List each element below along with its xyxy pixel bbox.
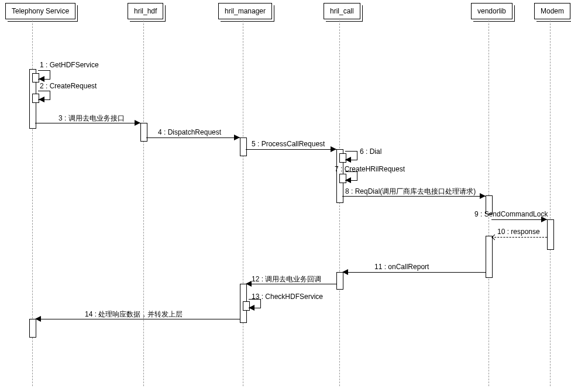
arrow-head: [342, 269, 348, 275]
msg-8-label: 8 : ReqDial(调用厂商库去电接口处理请求): [345, 187, 476, 197]
msg-1-label: 1 : GetHDFService: [40, 61, 99, 69]
msg-13-label: 13 : CheckHDFService: [252, 293, 323, 301]
participant-hril-hdf: hril_hdf: [128, 3, 163, 19]
arrow-head: [135, 120, 140, 126]
lifeline-hril-hdf: [143, 20, 144, 386]
msg-6-label: 6 : Dial: [360, 147, 381, 156]
participant-hril-manager: hril_manager: [218, 3, 272, 19]
participant-label: hril_hdf: [134, 7, 157, 15]
arrow-head: [331, 146, 336, 152]
msg-4-label: 4 : DispatchRequest: [158, 128, 221, 136]
arrow-4: [146, 137, 240, 138]
participant-label: vendorlib: [477, 7, 506, 15]
activation-hril-manager: [240, 137, 247, 156]
participant-label: Telephony Service: [12, 7, 69, 15]
arrow-5: [246, 149, 336, 150]
arrow-head: [39, 76, 44, 82]
activation-hril-hdf: [140, 123, 147, 142]
msg-12-label: 12 : 调用去电业务回调: [252, 274, 321, 284]
sequence-diagram: Telephony Service hril_hdf hril_manager …: [0, 0, 571, 392]
msg-14-label: 14 : 处理响应数据，并转发上层: [85, 310, 183, 319]
arrow-head: [480, 193, 486, 199]
msg-2-label: 2 : CreateRequest: [40, 82, 97, 90]
participant-telephony: Telephony Service: [5, 3, 75, 19]
arrow-head: [345, 177, 351, 183]
lifeline-modem: [550, 20, 551, 386]
participant-label: hril_call: [330, 7, 354, 15]
msg-7-label: 7 : CreateHRilRequest: [335, 165, 405, 173]
arrow-9: [491, 219, 547, 220]
lifeline-hril-manager: [243, 20, 243, 386]
arrow-head: [35, 316, 41, 322]
msg-5-label: 5 : ProcessCallRequest: [252, 140, 325, 148]
arrow-head: [39, 97, 44, 102]
arrow-head: [234, 135, 240, 140]
arrow-head: [492, 235, 498, 240]
msg-3-label: 3 : 调用去电业务接口: [59, 114, 125, 123]
arrow-head: [249, 305, 254, 311]
lifeline-hril-call: [339, 20, 340, 386]
participant-hril-call: hril_call: [324, 3, 360, 19]
participant-modem: Modem: [534, 3, 570, 19]
participant-label: hril_manager: [225, 7, 266, 15]
msg-10-label: 10 : response: [497, 228, 540, 236]
activation-vendorlib-2: [486, 236, 493, 278]
participant-label: Modem: [541, 7, 564, 15]
msg-11-label: 11 : onCallReport: [374, 263, 429, 271]
arrow-10: [491, 237, 547, 238]
arrow-11: [342, 272, 486, 273]
arrow-head: [345, 157, 351, 163]
activation-modem: [547, 219, 554, 250]
arrow-head: [246, 281, 252, 287]
msg-9-label: 9 : SendCommandLock: [474, 210, 548, 218]
participant-vendorlib: vendorlib: [471, 3, 512, 19]
